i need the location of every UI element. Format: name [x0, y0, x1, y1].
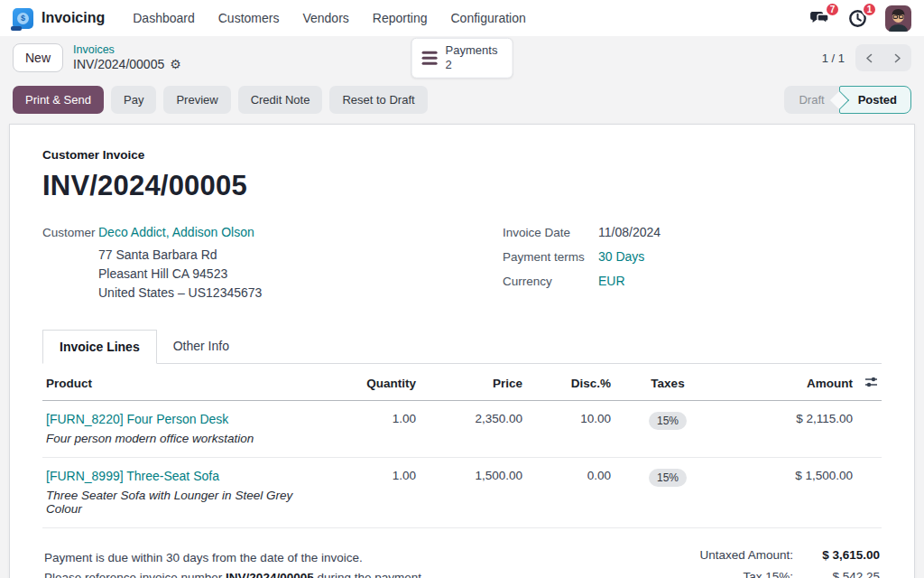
table-header-row: Product Quantity Price Disc.% Taxes Amou… — [42, 366, 882, 401]
line-amount: $ 1,500.00 — [721, 458, 856, 528]
logo-fold — [11, 26, 22, 31]
breadcrumb: Invoices INV/2024/00005 ⚙ — [73, 43, 181, 72]
line-discount[interactable]: 10.00 — [526, 401, 614, 458]
invoice-line-row[interactable]: [FURN_8220] Four Person Desk Four person… — [42, 401, 882, 458]
nav-item-reporting[interactable]: Reporting — [361, 5, 439, 31]
tax-badge[interactable]: 15% — [649, 412, 687, 430]
nav-item-dashboard[interactable]: Dashboard — [121, 5, 207, 31]
nav-item-configuration[interactable]: Configuration — [439, 5, 538, 31]
column-price[interactable]: Price — [420, 366, 526, 401]
messages-count-badge: 7 — [825, 2, 840, 17]
product-description: Three Seater Sofa with Lounger in Steel … — [46, 489, 315, 516]
control-panel: New Invoices INV/2024/00005 ⚙ Payments 2… — [0, 36, 924, 79]
payment-terms-note: Payment is due within 30 days from the d… — [42, 548, 425, 578]
preview-button[interactable]: Preview — [163, 86, 230, 114]
untaxed-amount-label: Untaxed Amount: — [699, 548, 793, 562]
payments-smart-button[interactable]: Payments 2 — [411, 38, 513, 79]
note-invoice-number: INV/2024/00005 — [226, 571, 314, 578]
address-line: United States – US12345673 — [98, 284, 262, 303]
invoicing-app-icon[interactable]: $ — [13, 8, 33, 29]
invoice-number-heading: INV/2024/00005 — [42, 170, 882, 202]
nav-item-customers[interactable]: Customers — [207, 5, 291, 31]
address-line: Pleasant Hill CA 94523 — [98, 265, 262, 284]
nav-item-vendors[interactable]: Vendors — [291, 5, 360, 31]
breadcrumb-current: INV/2024/00005 — [73, 57, 164, 72]
customer-link[interactable]: Deco Addict, Addison Olson — [98, 225, 254, 239]
invoice-date-value[interactable]: 11/08/2024 — [598, 225, 661, 239]
payment-terms-value[interactable]: 30 Days — [598, 249, 644, 264]
pager-next-button[interactable] — [883, 44, 911, 71]
messages-icon[interactable]: 7 — [810, 9, 830, 27]
line-price[interactable]: 2,350.00 — [420, 401, 526, 458]
note-line-2: Please reference invoice number INV/2024… — [44, 568, 425, 578]
status-posted[interactable]: Posted — [839, 86, 911, 114]
payments-count: 2 — [446, 58, 498, 72]
invoice-type-label: Customer Invoice — [42, 148, 882, 162]
user-avatar[interactable] — [885, 5, 911, 32]
column-options — [856, 366, 882, 401]
line-quantity[interactable]: 1.00 — [319, 401, 420, 458]
sheet-footer: Payment is due within 30 days from the d… — [42, 528, 882, 578]
product-link[interactable]: [FURN_8220] Four Person Desk — [46, 412, 228, 426]
line-quantity[interactable]: 1.00 — [319, 458, 420, 528]
chevron-right-icon — [892, 53, 902, 63]
customer-address: 77 Santa Barbara Rd Pleasant Hill CA 945… — [98, 246, 262, 303]
line-discount[interactable]: 0.00 — [526, 458, 614, 528]
invoice-lines-table: Product Quantity Price Disc.% Taxes Amou… — [42, 366, 882, 528]
settings-gear-icon[interactable]: ⚙ — [170, 58, 181, 70]
new-button[interactable]: New — [13, 43, 63, 72]
payments-lines-icon — [422, 51, 438, 65]
product-description: Four person modern office workstation — [46, 432, 315, 445]
nav-menu: Dashboard Customers Vendors Reporting Co… — [121, 5, 538, 31]
print-send-button[interactable]: Print & Send — [13, 86, 104, 114]
status-bar: Draft Posted — [784, 86, 911, 114]
customer-label: Customer — [42, 225, 98, 303]
breadcrumb-invoices-link[interactable]: Invoices — [73, 43, 181, 57]
untaxed-amount-value: $ 3,615.00 — [793, 548, 880, 562]
currency-label: Currency — [503, 275, 598, 288]
column-product[interactable]: Product — [42, 366, 319, 401]
invoice-line-row[interactable]: [FURN_8999] Three-Seat Sofa Three Seater… — [42, 458, 882, 528]
column-quantity[interactable]: Quantity — [319, 366, 420, 401]
note-line-1: Payment is due within 30 days from the d… — [44, 548, 425, 568]
currency-value[interactable]: EUR — [598, 274, 625, 288]
totals-block: Untaxed Amount: $ 3,615.00 Tax 15%: $ 54… — [699, 548, 882, 578]
tax-label: Tax 15%: — [743, 570, 793, 578]
payment-terms-label: Payment terms — [503, 250, 598, 264]
line-amount: $ 2,115.00 — [721, 401, 856, 458]
pay-button[interactable]: Pay — [111, 86, 156, 114]
activities-count-badge: 1 — [862, 2, 877, 17]
line-price[interactable]: 1,500.00 — [420, 458, 526, 528]
payments-label: Payments — [446, 43, 498, 58]
pager-previous-button[interactable] — [855, 44, 883, 71]
invoice-info-grid: Customer Deco Addict, Addison Olson 77 S… — [42, 225, 882, 303]
activities-clock-icon[interactable]: 1 — [848, 9, 867, 28]
column-taxes[interactable]: Taxes — [614, 366, 721, 401]
dollar-icon: $ — [17, 13, 29, 24]
action-buttons-row: Print & Send Pay Preview Credit Note Res… — [0, 79, 924, 124]
notebook-tabs: Invoice Lines Other Info — [42, 330, 882, 364]
pager: 1 / 1 — [822, 44, 911, 71]
reset-to-draft-button[interactable]: Reset to Draft — [329, 86, 427, 114]
invoice-form-sheet: Customer Invoice INV/2024/00005 Customer… — [9, 124, 915, 578]
address-line: 77 Santa Barbara Rd — [98, 246, 262, 265]
optional-columns-sliders-icon[interactable] — [864, 376, 878, 391]
tab-invoice-lines[interactable]: Invoice Lines — [42, 330, 157, 364]
top-nav: $ Invoicing Dashboard Customers Vendors … — [0, 0, 924, 36]
credit-note-button[interactable]: Credit Note — [238, 86, 323, 114]
invoice-date-label: Invoice Date — [503, 226, 598, 239]
tax-value: $ 542.25 — [793, 570, 880, 578]
column-amount[interactable]: Amount — [721, 366, 856, 401]
column-discount[interactable]: Disc.% — [526, 366, 614, 401]
product-link[interactable]: [FURN_8999] Three-Seat Sofa — [46, 469, 219, 483]
chevron-left-icon — [864, 53, 874, 63]
app-name[interactable]: Invoicing — [42, 10, 105, 26]
tax-badge[interactable]: 15% — [649, 469, 687, 487]
tab-other-info[interactable]: Other Info — [157, 330, 245, 363]
topnav-right: 7 1 — [810, 5, 911, 32]
pager-count: 1 / 1 — [822, 51, 845, 65]
